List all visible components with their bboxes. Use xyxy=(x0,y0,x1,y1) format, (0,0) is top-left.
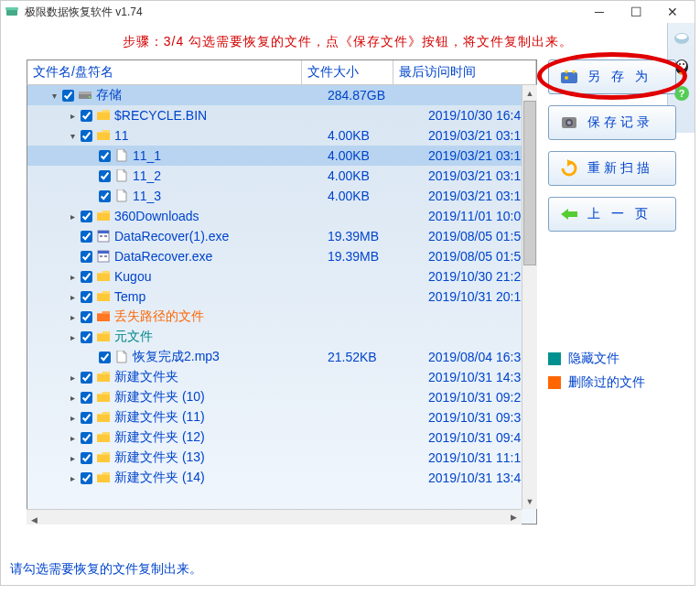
file-checkbox[interactable] xyxy=(81,392,92,404)
save-as-label: 另 存 为 xyxy=(587,69,652,85)
file-row[interactable]: ▸新建文件夹2019/10/31 14:3 xyxy=(27,367,536,387)
window-title: 极限数据恢复软件 v1.74 xyxy=(25,5,581,20)
file-checkbox[interactable] xyxy=(81,130,92,142)
legend-hidden-label: 隐藏文件 xyxy=(568,351,619,367)
file-checkbox[interactable] xyxy=(62,90,74,102)
file-date: 2019/10/30 21:2 xyxy=(428,269,521,284)
file-size: 284.87GB xyxy=(328,88,385,103)
close-button[interactable]: ✕ xyxy=(654,1,691,23)
folder-icon xyxy=(96,450,111,465)
file-name: 新建文件夹 (14) xyxy=(114,470,205,486)
col-header-name[interactable]: 文件名/盘符名 xyxy=(27,60,302,84)
file-checkbox[interactable] xyxy=(99,170,111,182)
save-record-button[interactable]: 保存记录 xyxy=(548,105,676,140)
file-row[interactable]: 11_24.00KB2019/03/21 03:1 xyxy=(27,166,536,186)
file-checkbox[interactable] xyxy=(81,412,92,424)
expand-toggle[interactable]: ▸ xyxy=(66,393,79,403)
horizontal-scrollbar[interactable]: ◀ ▶ xyxy=(27,509,522,525)
file-row[interactable]: 11_34.00KB2019/03/21 03:1 xyxy=(27,186,536,206)
window-controls: ─ ☐ ✕ xyxy=(581,1,691,23)
expand-toggle[interactable]: ▸ xyxy=(66,473,79,483)
file-name: DataRecover.exe xyxy=(114,249,212,264)
file-row[interactable]: ▸Temp2019/10/31 20:1 xyxy=(27,287,536,307)
file-row[interactable]: DataRecover(1).exe19.39MB2019/08/05 01:5 xyxy=(27,226,536,246)
legend-teal-square xyxy=(548,352,561,365)
file-row[interactable]: ▸$RECYCLE.BIN2019/10/30 16:4 xyxy=(27,105,536,125)
legend-deleted: 删除过的文件 xyxy=(548,374,676,391)
scroll-down-arrow[interactable]: ▼ xyxy=(522,493,537,509)
file-row[interactable]: ▸丢失路径的文件 xyxy=(27,307,536,327)
file-row[interactable]: ▸元文件 xyxy=(27,327,536,347)
file-checkbox[interactable] xyxy=(99,352,111,363)
file-row[interactable]: ▸Kugou2019/10/30 21:2 xyxy=(27,266,536,287)
expand-toggle[interactable]: ▾ xyxy=(48,91,60,101)
svg-point-7 xyxy=(683,63,684,65)
col-header-date[interactable]: 最后访问时间 xyxy=(393,60,536,84)
file-checkbox[interactable] xyxy=(81,110,92,122)
file-checkbox[interactable] xyxy=(81,211,92,222)
file-date: 2019/03/21 03:1 xyxy=(428,168,521,183)
file-checkbox[interactable] xyxy=(81,231,92,243)
svg-rect-28 xyxy=(97,334,110,341)
scroll-up-arrow[interactable]: ▲ xyxy=(522,85,537,101)
file-checkbox[interactable] xyxy=(81,311,92,323)
file-name: 新建文件夹 (11) xyxy=(114,409,205,426)
expand-toggle[interactable]: ▾ xyxy=(66,131,79,141)
file-row[interactable]: ▸新建文件夹 (13)2019/10/31 11:1 xyxy=(27,448,536,468)
rescan-label: 重新扫描 xyxy=(587,160,653,177)
rescan-button[interactable]: 重新扫描 xyxy=(548,151,676,186)
expand-toggle[interactable]: ▸ xyxy=(66,292,79,302)
tool-icon-1[interactable] xyxy=(672,28,692,49)
expand-toggle[interactable]: ▸ xyxy=(66,332,79,342)
file-row[interactable]: ▸360Downloads2019/11/01 10:0 xyxy=(27,206,536,226)
file-checkbox[interactable] xyxy=(81,271,92,283)
file-date: 2019/10/31 20:1 xyxy=(428,289,521,304)
file-checkbox[interactable] xyxy=(81,452,92,464)
prev-page-button[interactable]: 上 一 页 xyxy=(548,197,676,232)
expand-toggle[interactable]: ▸ xyxy=(66,211,79,222)
file-row[interactable]: ▸新建文件夹 (12)2019/10/31 09:4 xyxy=(27,427,536,448)
expand-toggle[interactable]: ▸ xyxy=(66,433,79,443)
file-row[interactable]: ▾存储284.87GB xyxy=(27,85,536,105)
expand-toggle[interactable]: ▸ xyxy=(66,312,79,322)
file-row[interactable]: 11_14.00KB2019/03/21 03:1 xyxy=(27,146,536,166)
file-checkbox[interactable] xyxy=(81,251,92,263)
svg-rect-24 xyxy=(104,255,107,257)
file-checkbox[interactable] xyxy=(81,291,92,303)
expand-toggle[interactable]: ▸ xyxy=(66,111,79,121)
file-row[interactable]: ▾114.00KB2019/03/21 03:1 xyxy=(27,125,536,146)
maximize-button[interactable]: ☐ xyxy=(618,1,654,23)
file-row[interactable]: ▸新建文件夹 (10)2019/10/31 09:2 xyxy=(27,387,536,407)
folder-icon xyxy=(96,370,111,384)
expand-toggle[interactable]: ▸ xyxy=(66,453,79,463)
file-checkbox[interactable] xyxy=(81,372,92,384)
file-row[interactable]: DataRecover.exe19.39MB2019/08/05 01:5 xyxy=(27,246,536,266)
rescan-icon xyxy=(558,159,580,178)
scroll-thumb-v[interactable] xyxy=(523,101,536,265)
save-as-button[interactable]: 另 存 为 xyxy=(548,60,676,94)
minimize-button[interactable]: ─ xyxy=(581,1,618,23)
file-row[interactable]: ▸新建文件夹 (11)2019/10/31 09:3 xyxy=(27,407,536,427)
folder-icon xyxy=(96,108,111,123)
file-checkbox[interactable] xyxy=(81,331,92,343)
expand-toggle[interactable]: ▸ xyxy=(66,373,79,383)
file-checkbox[interactable] xyxy=(99,150,111,162)
file-row[interactable]: ▸新建文件夹 (14)2019/10/31 13:4 xyxy=(27,468,536,488)
vertical-scrollbar[interactable]: ▲ ▼ xyxy=(522,85,537,509)
col-header-size[interactable]: 文件大小 xyxy=(302,60,393,84)
expand-toggle[interactable]: ▸ xyxy=(66,413,79,423)
file-checkbox[interactable] xyxy=(99,190,111,202)
expand-toggle[interactable]: ▸ xyxy=(66,272,79,282)
file-date: 2019/03/21 03:1 xyxy=(428,128,521,143)
folder-icon xyxy=(96,269,111,284)
file-row[interactable]: 恢复完成2.mp321.52KB2019/08/04 16:3 xyxy=(27,347,536,367)
file-list[interactable]: ▾存储284.87GB▸$RECYCLE.BIN2019/10/30 16:4▾… xyxy=(27,85,537,525)
file-date: 2019/10/31 13:4 xyxy=(428,471,521,485)
file-date: 2019/08/04 16:3 xyxy=(428,350,521,364)
file-checkbox[interactable] xyxy=(81,472,92,484)
app-window: 极限数据恢复软件 v1.74 ─ ☐ ✕ ? 步骤：3/4 勾选需要恢复的文件，… xyxy=(0,0,695,586)
file-checkbox[interactable] xyxy=(81,432,92,444)
scroll-left-arrow[interactable]: ◀ xyxy=(27,513,42,527)
scroll-right-arrow[interactable]: ▶ xyxy=(506,510,522,525)
file-size: 19.39MB xyxy=(328,249,379,264)
